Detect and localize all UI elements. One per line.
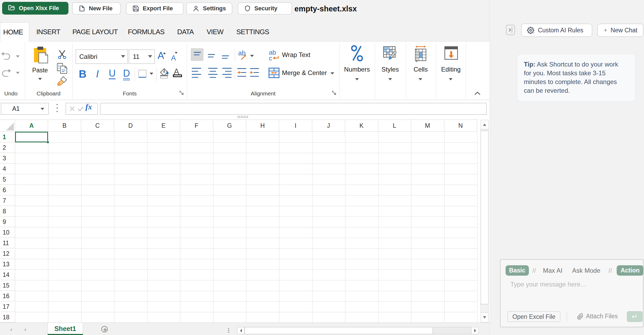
svg-text:c: c bbox=[269, 55, 272, 61]
